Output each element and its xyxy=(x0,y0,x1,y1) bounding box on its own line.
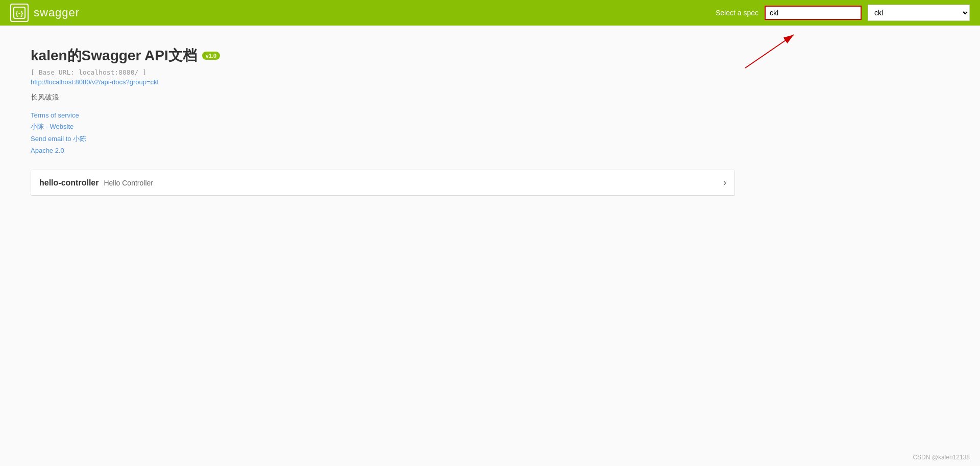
svg-text:{-}: {-} xyxy=(16,9,23,17)
hello-controller-name: hello-controller xyxy=(39,178,99,188)
swagger-logo-text: swagger xyxy=(34,6,80,19)
version-badge: v1.0 xyxy=(202,52,220,60)
website-link[interactable]: 小陈 - Website xyxy=(31,122,735,131)
api-description: 长风破浪 xyxy=(31,93,735,102)
select-spec-label: Select a spec xyxy=(716,9,758,17)
main-content: kalen的Swagger API文档 v1.0 [ Base URL: loc… xyxy=(0,26,766,217)
hello-controller-description: Hello Controller xyxy=(104,179,153,187)
swagger-logo-icon: {-} xyxy=(10,4,29,22)
hello-controller-left: hello-controller Hello Controller xyxy=(39,178,153,188)
spec-input[interactable] xyxy=(765,6,862,20)
controllers-section: hello-controller Hello Controller › xyxy=(31,170,735,196)
api-title-row: kalen的Swagger API文档 v1.0 xyxy=(31,46,735,65)
controller-divider xyxy=(31,196,735,196)
terms-of-service-link[interactable]: Terms of service xyxy=(31,111,735,119)
spec-input-wrapper xyxy=(765,6,862,20)
hello-controller-row[interactable]: hello-controller Hello Controller › xyxy=(31,170,735,196)
header-logo: {-} swagger xyxy=(10,4,80,22)
base-url: [ Base URL: localhost:8080/ ] xyxy=(31,68,735,76)
chevron-right-icon: › xyxy=(723,177,726,188)
header: {-} swagger Select a spec ckl xyxy=(0,0,980,26)
links-section: Terms of service 小陈 - Website Send email… xyxy=(31,111,735,154)
api-docs-link[interactable]: http://localhost:8080/v2/api-docs?group=… xyxy=(31,78,735,86)
spec-dropdown[interactable]: ckl xyxy=(868,5,970,21)
api-title: kalen的Swagger API文档 xyxy=(31,46,197,65)
license-link[interactable]: Apache 2.0 xyxy=(31,147,735,154)
email-link[interactable]: Send email to 小陈 xyxy=(31,134,735,144)
header-right: Select a spec ckl xyxy=(716,5,970,21)
